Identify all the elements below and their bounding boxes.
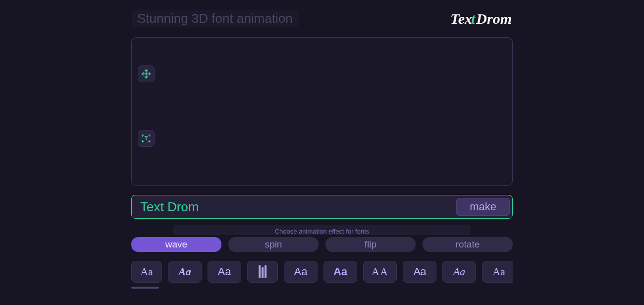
preview-canvas[interactable]: [131, 37, 513, 186]
fonts-scrollbar[interactable]: [131, 287, 513, 289]
font-tile-7[interactable]: AA: [363, 261, 397, 283]
font-tile-2[interactable]: Aa: [168, 261, 202, 283]
fonts-scrollbar-thumb[interactable]: [131, 287, 159, 289]
font-sample: Aa: [453, 265, 465, 278]
effect-spin[interactable]: spin: [228, 237, 319, 252]
logo-part-t: t: [471, 10, 475, 27]
make-button[interactable]: make: [456, 198, 510, 216]
arrows-move-icon: [141, 69, 151, 79]
font-tile-6[interactable]: Aa: [323, 261, 357, 283]
effects-hint-panel: Choose animation effect for fonts: [173, 225, 471, 235]
text-input-row: make: [131, 195, 513, 219]
effects-hint: Choose animation effect for fonts: [177, 228, 467, 235]
font-tile-9[interactable]: Aa: [442, 261, 476, 283]
font-sample: Aa: [178, 265, 191, 278]
text-select-icon: [141, 133, 151, 143]
font-tile-4[interactable]: [247, 261, 278, 283]
font-tile-3[interactable]: Aa: [208, 261, 241, 283]
font-sample: Aa: [294, 265, 308, 278]
font-sample: Aa: [333, 265, 347, 278]
font-sample: Aa: [140, 265, 153, 278]
effect-wave[interactable]: wave: [131, 237, 221, 252]
move-tool-button[interactable]: [138, 65, 155, 82]
font-sample: Aa: [492, 265, 505, 278]
text-input[interactable]: [134, 198, 456, 216]
logo-part-tex: Tex: [450, 10, 472, 27]
effects-row: wave spin flip rotate: [131, 237, 513, 252]
logo[interactable]: Tex t Drom: [450, 10, 512, 27]
font-tile-10[interactable]: Aa: [482, 261, 513, 283]
font-tile-1[interactable]: Aa: [131, 261, 162, 283]
text-select-tool-button[interactable]: [138, 130, 155, 147]
font-sample: AA: [372, 265, 388, 278]
font-tile-8[interactable]: Aa: [403, 261, 436, 283]
font-tile-5[interactable]: Aa: [284, 261, 318, 283]
bars-icon: [259, 265, 267, 278]
header: Stunning 3D font animation Tex t Drom: [131, 10, 513, 27]
tagline: Stunning 3D font animation: [132, 10, 298, 27]
fonts-row[interactable]: Aa Aa Aa Aa Aa AA Aa Aa Aa: [131, 261, 513, 286]
effect-rotate[interactable]: rotate: [423, 237, 513, 252]
font-sample: Aa: [414, 265, 426, 278]
font-sample: Aa: [218, 265, 231, 278]
effect-flip[interactable]: flip: [325, 237, 416, 252]
logo-part-drom: Drom: [476, 10, 512, 27]
